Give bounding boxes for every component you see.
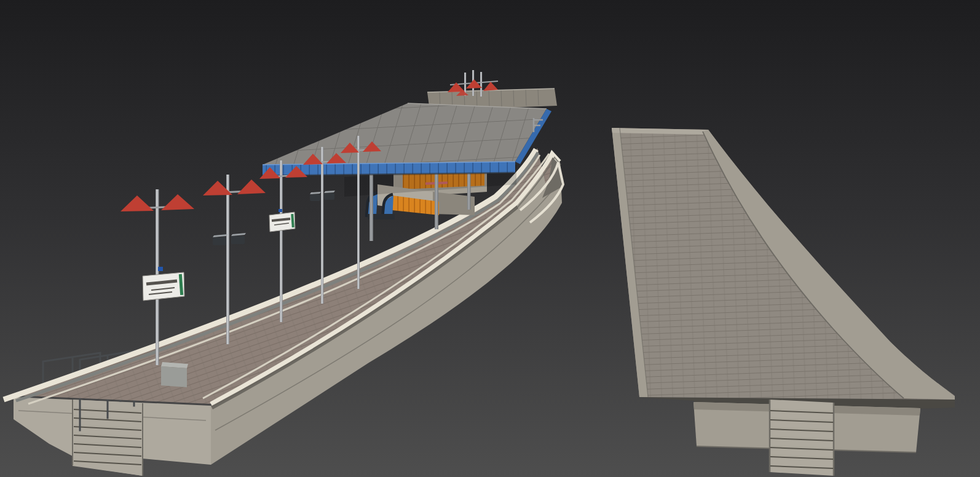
- sign-blue-tab: [158, 267, 163, 271]
- platform-cabinet: [161, 362, 188, 387]
- render-scene: [0, 0, 980, 477]
- viewport-3d-canvas[interactable]: [0, 0, 980, 477]
- right-platform-stairs: [770, 400, 834, 476]
- sign-blue-tab: [279, 209, 282, 212]
